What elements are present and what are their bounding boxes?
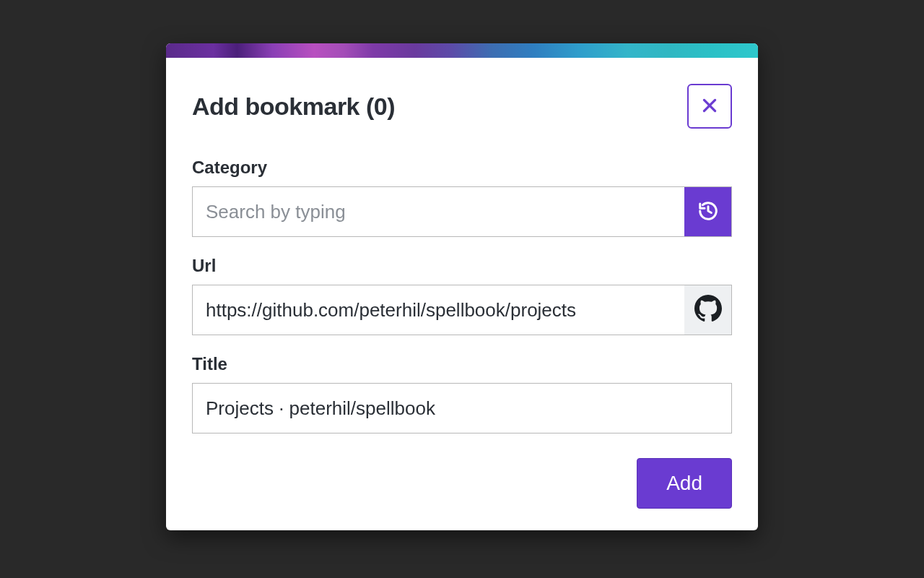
url-label: Url [192,256,732,276]
category-history-button[interactable] [684,186,732,237]
modal-header: Add bookmark (0) [192,84,732,129]
close-button[interactable] [687,84,732,129]
category-input[interactable] [192,186,684,237]
add-button[interactable]: Add [637,458,732,509]
title-field-group: Title [192,354,732,434]
category-label: Category [192,158,732,178]
category-field-group: Category [192,158,732,237]
add-bookmark-modal: Add bookmark (0) Category [166,43,758,530]
url-favicon-box [684,285,732,335]
modal-content: Add bookmark (0) Category [166,58,758,530]
github-icon [694,295,722,325]
modal-footer: Add [192,458,732,509]
url-input[interactable] [192,285,684,335]
modal-title: Add bookmark (0) [192,92,395,121]
title-input-row [192,383,732,434]
url-input-row [192,285,732,335]
header-banner [166,43,758,58]
title-input[interactable] [192,383,732,434]
title-label: Title [192,354,732,374]
url-field-group: Url [192,256,732,335]
category-input-row [192,186,732,237]
close-icon [700,96,719,117]
history-icon [697,200,719,224]
